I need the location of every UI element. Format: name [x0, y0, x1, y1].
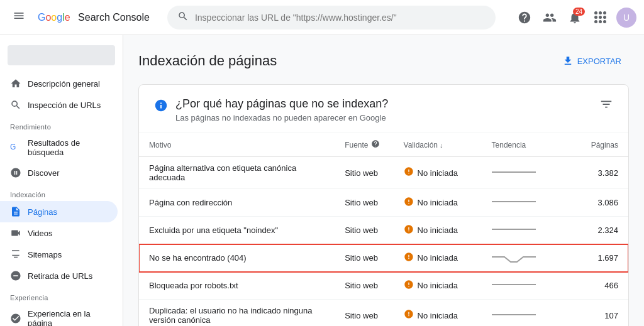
topbar-actions: 24 U: [513, 6, 636, 29]
status-text: No iniciada: [418, 198, 458, 207]
cell-validacion: No iniciada: [394, 217, 482, 244]
avatar[interactable]: U: [616, 8, 636, 28]
cell-validacion: No iniciada: [394, 272, 482, 300]
cell-tendencia: [482, 300, 570, 327]
filter-icon[interactable]: [599, 97, 613, 114]
table-row[interactable]: Página con redirecciónSitio webNo inicia…: [139, 189, 628, 217]
grid-icon: [594, 11, 606, 23]
cell-pages: 3.382: [570, 157, 628, 189]
fuente-help-icon[interactable]: [371, 139, 380, 150]
cell-fuente: Sitio web: [335, 217, 393, 244]
status-warning-icon: [404, 280, 414, 292]
status-text: No iniciada: [418, 225, 458, 235]
cell-tendencia: [482, 157, 570, 189]
search-bar[interactable]: [167, 6, 496, 30]
sidebar-item-label: Retirada de URLs: [28, 271, 92, 281]
sidebar-item-label: Inspección de URLs: [28, 101, 101, 110]
main-card: ¿Por qué hay páginas que no se indexan? …: [138, 84, 629, 326]
app-name: Search Console: [78, 12, 150, 23]
sidebar-item-removals[interactable]: Retirada de URLs: [0, 265, 118, 286]
layout: Descripción general Inspección de URLs R…: [0, 35, 644, 326]
table-head: Motivo Fuente Validación Tenden: [139, 133, 628, 157]
home-icon: [10, 78, 21, 89]
table-row[interactable]: Duplicada: el usuario no ha indicado nin…: [139, 300, 628, 327]
table-row[interactable]: Excluida por una etiqueta "noindex"Sitio…: [139, 217, 628, 244]
status-warning-icon: [404, 309, 414, 322]
cell-pages: 2.324: [570, 217, 628, 244]
google-icon: G: [10, 142, 21, 153]
card-subtitle: Las páginas no indexadas no pueden apare…: [175, 113, 388, 122]
users-button[interactable]: [538, 6, 561, 29]
trend-chart: [492, 166, 536, 178]
sidebar-item-label: Discover: [28, 168, 60, 178]
cell-motivo: Excluida por una etiqueta "noindex": [139, 217, 335, 244]
pages-icon: [10, 206, 21, 217]
sidebar-item-overview[interactable]: Descripción general: [0, 73, 118, 94]
video-icon: [10, 227, 21, 239]
info-icon: [154, 99, 168, 116]
table-body: Página alternativa con etiqueta canónica…: [139, 157, 628, 327]
sidebar-search-box[interactable]: [8, 45, 115, 65]
page-title: Indexación de páginas: [138, 53, 277, 69]
cell-pages: 107: [570, 300, 628, 327]
cell-tendencia: [482, 272, 570, 300]
sidebar-item-url-inspection[interactable]: Inspección de URLs: [0, 94, 118, 116]
status-warning-icon: [404, 224, 414, 237]
sidebar-item-search-results[interactable]: G Resultados de búsqueda: [0, 133, 118, 162]
sidebar: Descripción general Inspección de URLs R…: [0, 35, 123, 326]
main-content: Indexación de páginas EXPORTAR ¿Por qué …: [123, 35, 644, 326]
notification-button[interactable]: 24: [564, 6, 586, 29]
card-header: ¿Por qué hay páginas que no se indexan? …: [139, 85, 628, 133]
sidebar-item-label: Páginas: [28, 207, 57, 217]
trend-chart: [492, 278, 536, 291]
sidebar-section-rendimiento: Rendimiento: [0, 116, 123, 133]
cell-pages: 3.086: [570, 189, 628, 217]
sidebar-section-indexacion: Indexación: [0, 183, 123, 201]
trend-chart: [492, 308, 536, 321]
sidebar-item-label: Experiencia en la página: [28, 309, 108, 326]
col-header-validacion[interactable]: Validación: [394, 133, 482, 157]
remove-icon: [10, 270, 21, 281]
trend-chart: [492, 195, 536, 208]
svg-text:G: G: [10, 143, 16, 151]
col-header-fuente: Fuente: [335, 133, 393, 157]
sidebar-item-sitemaps[interactable]: Sitemaps: [0, 244, 118, 265]
cell-tendencia: [482, 189, 570, 217]
search-input[interactable]: [195, 13, 486, 23]
table-row[interactable]: Página alternativa con etiqueta canónica…: [139, 157, 628, 189]
sidebar-item-page-experience[interactable]: Experiencia en la página: [0, 304, 118, 326]
table-wrapper: Motivo Fuente Validación Tenden: [139, 133, 628, 326]
experience-icon: [10, 313, 21, 324]
cell-validacion: No iniciada: [394, 189, 482, 217]
cell-motivo: Bloqueada por robots.txt: [139, 272, 335, 300]
discover-icon: [10, 167, 21, 178]
sidebar-item-label: Descripción general: [28, 79, 100, 89]
main-header: Indexación de páginas EXPORTAR: [138, 50, 629, 72]
menu-icon[interactable]: [8, 4, 30, 30]
table-row[interactable]: Bloqueada por robots.txtSitio webNo inic…: [139, 272, 628, 300]
cell-motivo: Página alternativa con etiqueta canónica…: [139, 157, 335, 189]
cell-validacion: No iniciada: [394, 157, 482, 189]
sidebar-item-label: Sitemaps: [28, 250, 62, 259]
search-icon: [10, 99, 21, 111]
app-logo: Google Search Console: [38, 12, 150, 23]
indexing-table: Motivo Fuente Validación Tenden: [139, 133, 628, 326]
sidebar-item-pages[interactable]: Páginas: [0, 201, 118, 222]
col-header-tendencia: Tendencia: [482, 133, 570, 157]
status-warning-icon: [404, 166, 414, 179]
sidebar-item-label: Videos: [28, 229, 53, 238]
topbar: Google Search Console 24 U: [0, 0, 644, 35]
apps-button[interactable]: [589, 6, 611, 29]
table-row[interactable]: No se ha encontrado (404)Sitio webNo ini…: [139, 244, 628, 272]
help-button[interactable]: [513, 6, 536, 29]
col-header-motivo: Motivo: [139, 133, 335, 157]
sidebar-item-videos[interactable]: Videos: [0, 222, 118, 244]
sidebar-item-discover[interactable]: Discover: [0, 162, 118, 183]
export-button[interactable]: EXPORTAR: [555, 50, 629, 72]
cell-motivo: Página con redirección: [139, 189, 335, 217]
sitemap-icon: [10, 249, 21, 260]
cell-fuente: Sitio web: [335, 300, 393, 327]
export-label: EXPORTAR: [577, 57, 621, 66]
cell-fuente: Sitio web: [335, 157, 393, 189]
status-text: No iniciada: [418, 168, 458, 178]
